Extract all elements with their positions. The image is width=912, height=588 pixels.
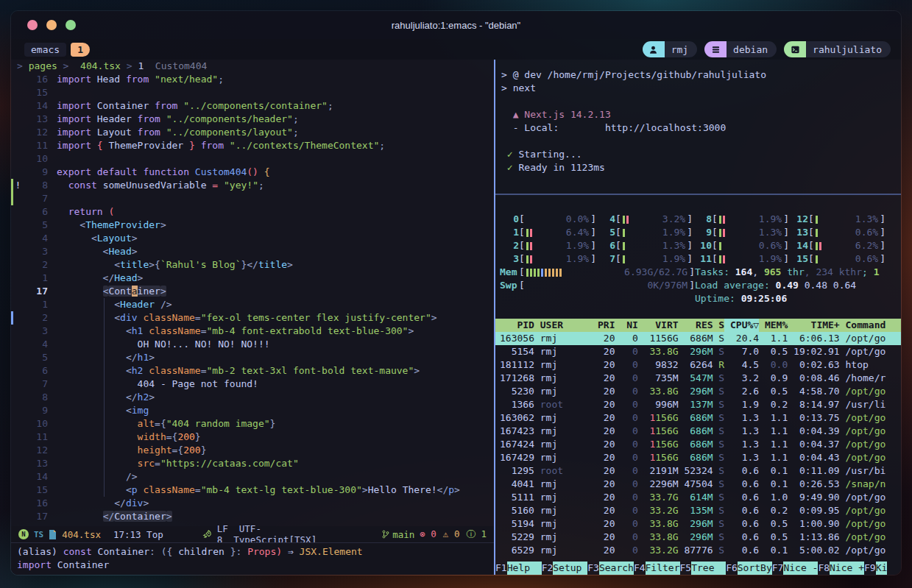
code-line[interactable]: 4 <Layout> — [11, 232, 494, 245]
process-table[interactable]: PIDUSERPRINIVIRTRESSCPU%▽MEM%TIME+Comman… — [495, 319, 901, 557]
fkey-label-ki[interactable]: Ki — [876, 562, 888, 575]
process-row[interactable]: 167429rmj2001156G686MS1.31.10:04.43/opt/… — [495, 451, 901, 464]
code-line[interactable]: 16import Head from "next/head"; — [11, 73, 494, 86]
code-line[interactable]: 14import Container from "../components/c… — [11, 99, 494, 113]
process-row[interactable]: 1295root2002191M52324S0.60.10:11.09/usr/… — [495, 464, 901, 478]
fkey-label-filter[interactable]: Filter — [646, 562, 680, 575]
dev-server-terminal[interactable]: > @ dev /home/rmj/Projects/github/rahulj… — [495, 60, 901, 195]
process-row[interactable]: 1366root200996M137MS1.90.28:14.97/usr/li — [495, 398, 901, 411]
fkey-label-sortby[interactable]: SortBy — [738, 562, 772, 575]
code-line[interactable]: 10 — [11, 152, 494, 166]
code-line[interactable]: 7 404 - Page not found! — [11, 378, 494, 391]
code-line[interactable]: 9export default function Custom404() { — [11, 166, 494, 179]
process-row[interactable]: 5194rmj20033.8G296MS0.60.51:00.90/opt/go — [495, 517, 901, 531]
process-row[interactable]: 181112rmj20098326264R4.50.00:02.63htop — [495, 358, 901, 372]
tmux-session-name[interactable]: emacs — [24, 43, 66, 57]
code-line[interactable]: 7 — [11, 192, 494, 205]
column-header-pid[interactable]: PID — [500, 319, 534, 332]
column-header-res[interactable]: RES — [679, 319, 713, 332]
fkey-label-nice--[interactable]: Nice - — [783, 562, 818, 575]
code-line[interactable]: 6 <h2 className="mb-2 text-3xl font-bold… — [11, 364, 494, 378]
column-header-user[interactable]: USER — [534, 319, 592, 332]
fkey-F9[interactable]: F9 — [864, 562, 876, 575]
column-header-virt[interactable]: VIRT — [638, 319, 679, 332]
code-line[interactable]: 3 <h1 className="mb-4 font-extrabold tex… — [11, 325, 494, 338]
code-line[interactable]: 15 — [11, 86, 494, 99]
code-line[interactable]: 12import Layout from "../components/layo… — [11, 126, 494, 139]
tmux-window-index[interactable]: 1 — [71, 43, 90, 57]
code-line[interactable]: 18 </Layout> — [11, 523, 494, 526]
process-row[interactable]: 163062rmj2001156G686MS1.31.10:13.75/opt/… — [495, 411, 901, 425]
terminal-line — [501, 95, 901, 108]
column-header-ni[interactable]: NI — [615, 319, 638, 332]
code-area[interactable]: 16import Head from "next/head";1514impor… — [11, 73, 494, 526]
htop-pane[interactable]: 0[0.0%]4[3.2%]8[1.9%]12[1.3%]1[6.4%]5[1.… — [495, 195, 901, 575]
fkey-F1[interactable]: F1 — [495, 562, 507, 575]
process-table-header[interactable]: PIDUSERPRINIVIRTRESSCPU%▽MEM%TIME+Comman… — [495, 319, 901, 332]
code-line[interactable]: 17 <Container> — [11, 285, 494, 298]
fkey-label-tree[interactable]: Tree — [691, 562, 726, 575]
code-line[interactable]: 5 </h1> — [11, 351, 494, 364]
column-header-pri[interactable]: PRI — [592, 319, 615, 332]
statusline-filename[interactable]: 404.tsx — [62, 529, 101, 540]
editor-pane[interactable]: > pages > 404.tsx > 1 Custom404 16import… — [11, 60, 495, 575]
git-branch[interactable]: main — [382, 529, 414, 540]
fkey-label-setup[interactable]: Setup — [553, 562, 587, 575]
process-row[interactable]: 5229rmj20033.8G296MS0.60.51:13.86/opt/go — [495, 531, 901, 544]
code-line[interactable]: 9 <img — [11, 404, 494, 417]
fkey-F2[interactable]: F2 — [542, 562, 554, 575]
cursor-position: 17:13 Top — [113, 529, 163, 540]
status-badge-os-label: debian — [727, 41, 777, 57]
process-row[interactable]: 5154rmj20033.8G296MS7.00.519:02.91/opt/g… — [495, 345, 901, 358]
process-row[interactable]: 5230rmj20033.8G296MS2.60.54:58.70/opt/go — [495, 385, 901, 398]
fkey-F3[interactable]: F3 — [587, 562, 599, 575]
code-line[interactable]: 3 <Head> — [11, 245, 494, 258]
code-line[interactable]: 2 <div className="fex-ol tems-center fle… — [11, 311, 494, 325]
user-icon — [643, 41, 665, 57]
code-line[interactable]: 12 height={200} — [11, 444, 494, 457]
code-line[interactable]: !8 const someUnusedVariable = "yey!"; — [11, 179, 494, 192]
code-line[interactable]: 5 <ThemeProvider> — [11, 219, 494, 232]
breadcrumb[interactable]: > pages > 404.tsx > 1 Custom404 — [11, 60, 494, 73]
column-header-s[interactable]: S — [713, 319, 725, 332]
cpu-meter-0: 0[0.0%] — [500, 213, 596, 226]
process-row[interactable]: 163056rmj2001156G686MS20.41.16:06.13/opt… — [495, 332, 901, 345]
process-row[interactable]: 5111rmj20033.7G614MS0.61.09:49.90/opt/go — [495, 491, 901, 504]
column-header-time[interactable]: TIME+ — [788, 319, 839, 332]
process-row[interactable]: 6529rmj20033.2G87776S0.60.15:00.02/opt/g… — [495, 544, 901, 557]
column-header-mem[interactable]: MEM% — [759, 319, 788, 332]
fkey-F6[interactable]: F6 — [726, 562, 738, 575]
column-header-cpu[interactable]: CPU%▽ — [724, 319, 759, 332]
process-row[interactable]: 5160rmj20033.2G135MS0.60.20:09.95/opt/go — [495, 504, 901, 517]
code-line[interactable]: 13import Header from "../components/head… — [11, 113, 494, 126]
fkey-F7[interactable]: F7 — [772, 562, 784, 575]
fkey-F8[interactable]: F8 — [818, 562, 830, 575]
code-line[interactable]: 1 </Head> — [11, 272, 494, 285]
column-header-command[interactable]: Command — [840, 319, 901, 332]
fkey-F5[interactable]: F5 — [680, 562, 692, 575]
process-row[interactable]: 4041rmj2002296M47504S0.60.10:26.53/snap/… — [495, 478, 901, 491]
code-line[interactable]: 4 OH NO!... NO! NO! NO!!! — [11, 338, 494, 351]
fkey-label-nice-+[interactable]: Nice + — [830, 562, 864, 575]
code-line[interactable]: 15 <p className="mb-4 text-lg text-blue-… — [11, 483, 494, 497]
fkey-F4[interactable]: F4 — [634, 562, 646, 575]
cpu-meter-1: 1[6.4%] — [500, 226, 596, 239]
code-line[interactable]: 1 <Header /> — [11, 298, 494, 311]
code-line[interactable]: 10 alt={"404 random image"} — [11, 417, 494, 431]
code-line[interactable]: 6 return ( — [11, 205, 494, 219]
htop-function-keys[interactable]: F1Help F2Setup F3SearchF4FilterF5Tree F6… — [495, 562, 901, 575]
fkey-label-search[interactable]: Search — [599, 562, 634, 575]
cpu-meter-12: 12[1.3%] — [789, 213, 886, 226]
code-line[interactable]: 11import { ThemeProvider } from "../cont… — [11, 139, 494, 152]
code-line[interactable]: 2 <title>{`Rahul's Blog`}</title> — [11, 258, 494, 272]
code-line[interactable]: 11 width={200} — [11, 431, 494, 444]
code-line[interactable]: 14 /> — [11, 470, 494, 483]
process-row[interactable]: 167424rmj2001156G686MS1.31.10:04.37/opt/… — [495, 438, 901, 451]
process-row[interactable]: 167423rmj2001156G686MS1.31.10:04.39/opt/… — [495, 425, 901, 438]
process-row[interactable]: 171268rmj200735M547MS3.20.90:08.46/home/… — [495, 372, 901, 385]
code-line[interactable]: 16 </div> — [11, 497, 494, 510]
code-line[interactable]: 13 src="https://cataas.com/cat" — [11, 457, 494, 470]
fkey-label-help[interactable]: Help — [507, 562, 542, 575]
code-line[interactable]: 8 </h2> — [11, 391, 494, 404]
code-line[interactable]: 17 </Container> — [11, 510, 494, 523]
